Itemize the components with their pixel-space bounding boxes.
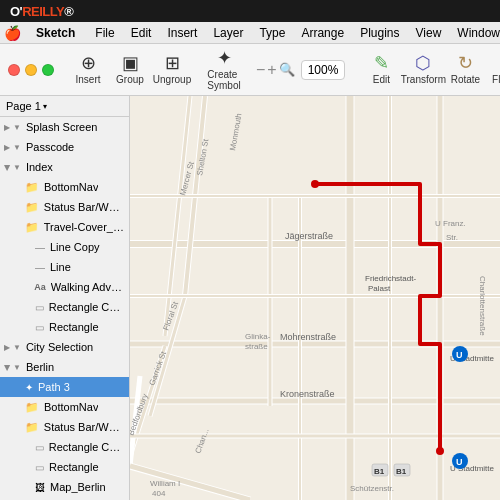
- sidebar-item-label: BottomNav: [44, 181, 98, 193]
- menu-arrange[interactable]: Arrange: [294, 24, 351, 42]
- svg-text:U: U: [456, 350, 463, 360]
- zoom-display[interactable]: 100%: [301, 60, 346, 80]
- sidebar: Page 1 ▾ ▶▼Splash Screen▶▼Passcode▶▼Inde…: [0, 96, 130, 500]
- svg-text:Mohrenstraße: Mohrenstraße: [280, 332, 336, 342]
- sidebar-item-rect_copy2[interactable]: ▭Rectangle Copy: [0, 437, 129, 457]
- create-symbol-label: Create Symbol: [207, 69, 240, 91]
- sidebar-item-label: Path 3: [38, 381, 70, 393]
- sidebar-item-label: Rectangle Copy: [49, 441, 125, 453]
- app-name[interactable]: Sketch: [29, 24, 82, 42]
- sidebar-item-statusbar2[interactable]: 📁Status Bar/Whi...: [0, 417, 129, 437]
- sidebar-item-travel_cover[interactable]: 📁Travel-Cover_1...: [0, 217, 129, 237]
- page-label: Page 1: [6, 100, 41, 112]
- expand-arrow: ▶: [3, 364, 12, 370]
- svg-text:Glinka-: Glinka-: [245, 332, 271, 341]
- edit-label: Edit: [373, 74, 390, 85]
- menu-layer[interactable]: Layer: [206, 24, 250, 42]
- sidebar-item-bottomnav2[interactable]: 📁BottomNav: [0, 397, 129, 417]
- sidebar-item-passcode[interactable]: ▶▼Passcode: [0, 137, 129, 157]
- ungroup-button[interactable]: ⊞ Ungroup: [152, 50, 192, 89]
- item-type-icon: —: [35, 242, 45, 253]
- svg-text:Jägerstraße: Jägerstraße: [285, 231, 333, 241]
- sidebar-item-line_copy[interactable]: —Line Copy: [0, 237, 129, 257]
- sidebar-item-label: BottomNav: [44, 401, 98, 413]
- menu-plugins[interactable]: Plugins: [353, 24, 406, 42]
- item-type-icon: ▭: [35, 322, 44, 333]
- group-label: Group: [116, 74, 144, 85]
- sidebar-item-bottomnav1[interactable]: 📁BottomNav: [0, 177, 129, 197]
- item-type-icon: ▭: [35, 462, 44, 473]
- expand-arrow: ▶: [4, 343, 10, 352]
- sidebar-item-label: Walking Adven...: [51, 281, 125, 293]
- insert-label: Insert: [75, 74, 100, 85]
- transform-icon: ⬡: [415, 54, 431, 72]
- maximize-button[interactable]: [42, 64, 54, 76]
- svg-point-55: [436, 447, 444, 455]
- menu-window[interactable]: Window: [450, 24, 500, 42]
- insert-button[interactable]: ⊕ Insert: [68, 50, 108, 89]
- group-icon: ▣: [122, 54, 139, 72]
- map-container: Jägerstraße Friedrichstadt- Palast Mohre…: [130, 96, 500, 500]
- transform-button[interactable]: ⬡ Transform: [403, 50, 443, 89]
- sidebar-item-rect1[interactable]: ▭Rectangle: [0, 317, 129, 337]
- item-type-icon: 📁: [25, 221, 39, 234]
- expand-arrow: ▶: [3, 164, 12, 170]
- create-symbol-button[interactable]: ✦ Create Symbol: [204, 45, 244, 95]
- sidebar-item-label: City Selection: [26, 341, 93, 353]
- sidebar-item-splash[interactable]: ▶▼Splash Screen: [0, 117, 129, 137]
- rotate-button[interactable]: ↻ Rotate: [445, 50, 485, 89]
- minimize-button[interactable]: [25, 64, 37, 76]
- rotate-icon: ↻: [458, 54, 473, 72]
- sidebar-item-rect_copy1[interactable]: ▭Rectangle Copy: [0, 297, 129, 317]
- svg-text:Kronenstraße: Kronenstraße: [280, 389, 335, 399]
- menu-edit[interactable]: Edit: [124, 24, 159, 42]
- zoom-plus[interactable]: +: [267, 61, 276, 79]
- group-button[interactable]: ▣ Group: [110, 50, 150, 89]
- page-chevron: ▾: [43, 102, 47, 111]
- sidebar-item-label: Map_Berlin: [50, 481, 106, 493]
- svg-point-54: [311, 180, 319, 188]
- sidebar-item-label: Travel-Cover_1...: [44, 221, 125, 233]
- apple-menu[interactable]: 🍎: [4, 25, 21, 41]
- canvas-area[interactable]: Jägerstraße Friedrichstadt- Palast Mohre…: [130, 96, 500, 500]
- sidebar-item-label: Rectangle: [49, 461, 99, 473]
- zoom-search[interactable]: 🔍: [279, 62, 295, 77]
- svg-text:Schützenstr.: Schützenstr.: [350, 484, 394, 493]
- insert-icon: ⊕: [81, 54, 96, 72]
- sidebar-item-berlin[interactable]: ▶▼Berlin: [0, 357, 129, 377]
- item-type-icon: ▼: [13, 343, 21, 352]
- sidebar-item-statusbar1[interactable]: 📁Status Bar/Whi...: [0, 197, 129, 217]
- menu-view[interactable]: View: [409, 24, 449, 42]
- item-type-icon: ▼: [13, 163, 21, 172]
- sidebar-item-index[interactable]: ▶▼Index: [0, 157, 129, 177]
- menu-type[interactable]: Type: [252, 24, 292, 42]
- sidebar-item-map_berlin[interactable]: 🖼Map_Berlin: [0, 477, 129, 497]
- sidebar-item-label: Status Bar/Whi...: [44, 201, 125, 213]
- close-button[interactable]: [8, 64, 20, 76]
- oreilly-logo: O'REILLY®: [10, 4, 73, 19]
- item-type-icon: ▭: [35, 302, 44, 313]
- sidebar-header: Page 1 ▾: [0, 96, 129, 117]
- rotate-label: Rotate: [451, 74, 480, 85]
- page-dropdown[interactable]: Page 1 ▾: [6, 100, 47, 112]
- sidebar-layers-list: ▶▼Splash Screen▶▼Passcode▶▼Index📁BottomN…: [0, 117, 129, 500]
- zoom-value: 100%: [308, 63, 339, 77]
- item-type-icon: 📁: [25, 181, 39, 194]
- svg-text:Friedrichstadt-: Friedrichstadt-: [365, 274, 416, 283]
- sidebar-item-line1[interactable]: —Line: [0, 257, 129, 277]
- zoom-minus[interactable]: −: [256, 61, 265, 79]
- sidebar-item-city_sel[interactable]: ▶▼City Selection: [0, 337, 129, 357]
- flatten-button[interactable]: ⊟ Flatten: [487, 50, 500, 89]
- sidebar-item-walking_adven[interactable]: AaWalking Adven...: [0, 277, 129, 297]
- edit-button[interactable]: ✎ Edit: [361, 50, 401, 89]
- main-layout: Page 1 ▾ ▶▼Splash Screen▶▼Passcode▶▼Inde…: [0, 96, 500, 500]
- item-type-icon: —: [35, 262, 45, 273]
- sidebar-item-label: Splash Screen: [26, 121, 98, 133]
- sidebar-item-label: Rectangle Copy: [49, 301, 125, 313]
- item-type-icon: 📁: [25, 201, 39, 214]
- svg-text:Palast: Palast: [368, 284, 391, 293]
- sidebar-item-path3[interactable]: ✦Path 3: [0, 377, 129, 397]
- menu-file[interactable]: File: [88, 24, 121, 42]
- sidebar-item-rect2[interactable]: ▭Rectangle: [0, 457, 129, 477]
- menu-insert[interactable]: Insert: [160, 24, 204, 42]
